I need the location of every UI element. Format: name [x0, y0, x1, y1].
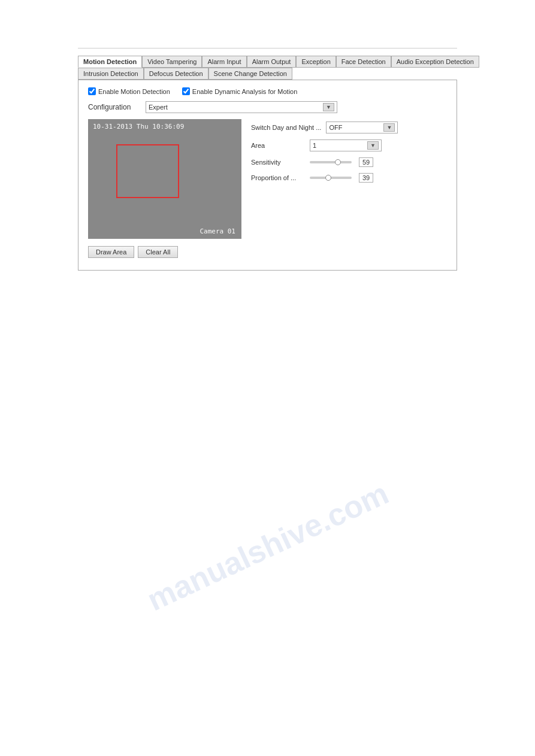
tab-face-detection[interactable]: Face Detection: [336, 56, 391, 68]
top-divider: [78, 48, 457, 48]
area-label: Area: [251, 142, 305, 149]
draw-area-button[interactable]: Draw Area: [88, 246, 134, 258]
switch-day-night-row: Switch Day and Night ... OFF ▼: [251, 122, 447, 133]
video-camera-label: Camera 01: [200, 227, 235, 235]
tab-alarm-input[interactable]: Alarm Input: [202, 56, 246, 68]
switch-day-night-value: OFF: [329, 124, 342, 131]
config-row: Configuration Expert ▼: [88, 101, 447, 113]
sensitivity-label: Sensitivity: [251, 159, 305, 166]
tab-defocus-detection[interactable]: Defocus Detection: [144, 68, 208, 80]
switch-day-night-select[interactable]: OFF ▼: [326, 122, 398, 133]
clear-all-button[interactable]: Clear All: [138, 246, 178, 258]
switch-day-night-arrow: ▼: [383, 123, 395, 132]
proportion-slider-thumb[interactable]: [325, 175, 331, 181]
tab-motion-detection[interactable]: Motion Detection: [78, 56, 142, 68]
proportion-row: Proportion of ... 39: [251, 173, 447, 183]
config-select[interactable]: Expert ▼: [146, 101, 337, 113]
tab-exception[interactable]: Exception: [296, 56, 335, 68]
config-select-value: Expert: [149, 104, 168, 111]
area-value: 1: [313, 142, 316, 149]
tab-row-1: Motion Detection Video Tampering Alarm I…: [78, 56, 457, 68]
tab-audio-exception[interactable]: Audio Exception Detection: [391, 56, 479, 68]
tab-row-2: Intrusion Detection Defocus Detection Sc…: [78, 68, 457, 80]
enable-dynamic-label[interactable]: Enable Dynamic Analysis for Motion: [182, 87, 297, 95]
video-panel: 10-31-2013 Thu 10:36:09 Camera 01: [88, 119, 241, 239]
checkboxes-row: Enable Motion Detection Enable Dynamic A…: [88, 87, 447, 95]
sensitivity-row: Sensitivity 59: [251, 157, 447, 167]
area-row: Area 1 ▼: [251, 139, 447, 151]
proportion-value: 39: [359, 173, 373, 183]
config-select-arrow: ▼: [323, 103, 334, 111]
config-label: Configuration: [88, 103, 136, 111]
buttons-row: Draw Area Clear All: [88, 246, 447, 258]
video-timestamp: 10-31-2013 Thu 10:36:09: [93, 123, 184, 130]
tab-alarm-output[interactable]: Alarm Output: [247, 56, 297, 68]
sensitivity-slider-thumb[interactable]: [335, 159, 341, 165]
proportion-label: Proportion of ...: [251, 174, 305, 181]
video-controls-row: 10-31-2013 Thu 10:36:09 Camera 01 Switch…: [88, 119, 447, 239]
sensitivity-slider-track[interactable]: [310, 161, 352, 163]
area-select-arrow: ▼: [367, 141, 379, 150]
enable-motion-text: Enable Motion Detection: [98, 88, 170, 95]
area-select[interactable]: 1 ▼: [310, 139, 382, 151]
enable-dynamic-checkbox[interactable]: [182, 87, 190, 95]
main-panel: Enable Motion Detection Enable Dynamic A…: [78, 80, 457, 271]
enable-motion-label[interactable]: Enable Motion Detection: [88, 87, 170, 95]
tab-scene-change[interactable]: Scene Change Detection: [208, 68, 292, 80]
sensitivity-value: 59: [359, 157, 373, 167]
right-controls: Switch Day and Night ... OFF ▼ Area 1 ▼: [251, 119, 447, 239]
motion-area-rect: [116, 144, 179, 198]
tab-video-tampering[interactable]: Video Tampering: [142, 56, 202, 68]
proportion-slider-track[interactable]: [310, 177, 352, 179]
switch-day-night-label: Switch Day and Night ...: [251, 124, 321, 131]
enable-dynamic-text: Enable Dynamic Analysis for Motion: [192, 88, 297, 95]
watermark: manualshive.com: [141, 475, 394, 618]
tab-intrusion-detection[interactable]: Intrusion Detection: [78, 68, 144, 80]
enable-motion-checkbox[interactable]: [88, 87, 96, 95]
